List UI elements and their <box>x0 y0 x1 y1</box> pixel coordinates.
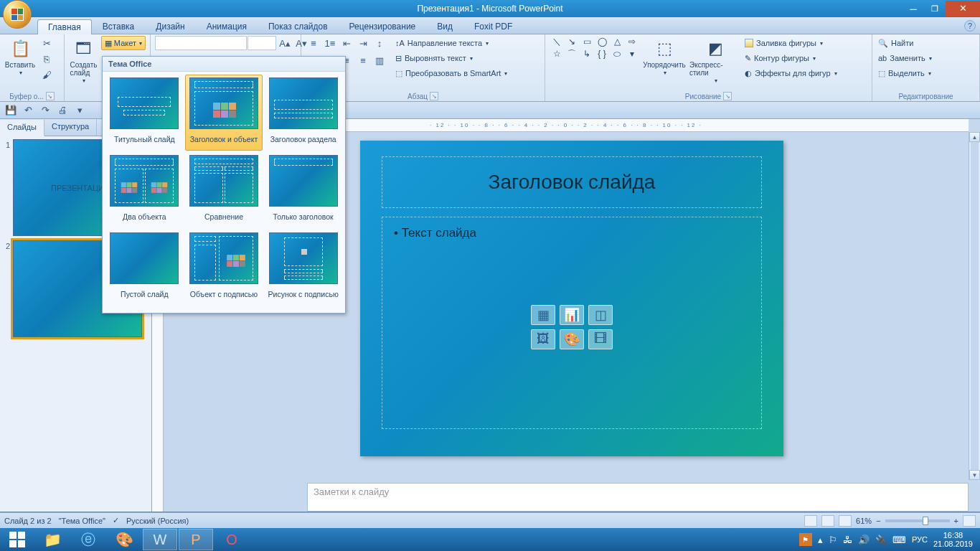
layout-comparison[interactable]: Сравнение <box>185 152 263 228</box>
fit-to-window-button[interactable] <box>963 515 976 527</box>
layout-two-content[interactable]: Два объекта <box>105 152 184 228</box>
shape-arrow2-icon[interactable]: ⇨ <box>625 36 639 47</box>
print-preview-button[interactable]: 🖨 <box>55 103 70 118</box>
format-painter-button[interactable]: 🖌 <box>39 67 55 82</box>
shapes-gallery[interactable]: ＼ ↘ ▭ ◯ △ ⇨ ☆ ⌒ ↳ { } ⬭ ▾ <box>550 36 639 60</box>
tab-animation[interactable]: Анимация <box>196 19 258 34</box>
layout-blank[interactable]: Пустой слайд <box>105 230 184 306</box>
undo-button[interactable]: ↶ <box>20 103 36 118</box>
tray-keyboard-icon[interactable]: ⌨ <box>892 534 906 545</box>
tray-flag-icon[interactable]: ⚐ <box>829 534 837 545</box>
title-placeholder[interactable]: Заголовок слайда <box>382 156 762 208</box>
clipboard-launcher[interactable]: ↘ <box>46 92 55 100</box>
layout-picture-caption[interactable]: Рисунок с подписью <box>264 230 342 306</box>
shape-curve-icon[interactable]: ⌒ <box>565 48 579 60</box>
text-direction-button[interactable]: ↕AНаправление текста▾ <box>395 36 508 50</box>
language-indicator[interactable]: Русский (Россия) <box>126 517 189 525</box>
bullets-button[interactable]: ≡ <box>306 36 321 50</box>
insert-chart-icon[interactable]: 📊 <box>560 305 584 325</box>
zoom-level[interactable]: 61% <box>856 517 872 525</box>
content-placeholder[interactable]: Текст слайда ▦ 📊 ◫ 🖼 🎨 🎞 <box>382 217 762 429</box>
taskbar-opera[interactable]: O <box>215 529 249 550</box>
grow-font-button[interactable]: A▴ <box>277 36 293 50</box>
paragraph-launcher[interactable]: ↘ <box>430 92 438 100</box>
taskbar-powerpoint[interactable]: P <box>179 529 213 550</box>
insert-table-icon[interactable]: ▦ <box>531 305 555 325</box>
zoom-in-button[interactable]: + <box>954 517 958 525</box>
shape-star-icon[interactable]: ☆ <box>550 48 564 60</box>
shape-fill-button[interactable]: Заливка фигуры▾ <box>744 36 838 50</box>
tab-review[interactable]: Рецензирование <box>339 19 427 34</box>
tray-language[interactable]: РУС <box>912 535 928 544</box>
tray-clock[interactable]: 16:38 21.08.2019 <box>933 531 973 548</box>
shape-line-icon[interactable]: ＼ <box>550 36 564 47</box>
zoom-out-button[interactable]: − <box>876 517 880 525</box>
decrease-indent-button[interactable]: ⇤ <box>339 36 354 50</box>
office-button[interactable] <box>3 0 34 32</box>
columns-button[interactable]: ▥ <box>372 53 387 67</box>
shape-triangle-icon[interactable]: △ <box>610 36 624 47</box>
cut-button[interactable]: ✂ <box>39 36 55 50</box>
numbering-button[interactable]: 1≡ <box>322 36 338 50</box>
layout-title-content[interactable]: Заголовок и объект <box>185 75 263 151</box>
insert-clipart-icon[interactable]: 🎨 <box>560 329 584 349</box>
tab-home[interactable]: Главная <box>37 19 92 34</box>
line-spacing-button[interactable]: ↕ <box>372 36 387 50</box>
insert-picture-icon[interactable]: 🖼 <box>531 329 555 349</box>
tray-volume-icon[interactable]: 🔊 <box>858 534 870 545</box>
panel-tab-outline[interactable]: Структура <box>44 119 97 136</box>
scroll-up-button[interactable]: ▲ <box>969 132 980 142</box>
spell-check-icon[interactable]: ✓ <box>113 516 119 525</box>
shape-more-icon[interactable]: ▾ <box>625 48 639 60</box>
shape-brace-icon[interactable]: { } <box>595 48 609 60</box>
layout-content-caption[interactable]: Объект с подписью <box>185 230 263 306</box>
find-button[interactable]: 🔍Найти <box>877 36 933 50</box>
maximize-button[interactable]: ❐ <box>924 1 946 17</box>
layout-title-slide[interactable]: Титульный слайд <box>105 75 184 151</box>
taskbar-word[interactable]: W <box>143 529 177 550</box>
quick-styles-button[interactable]: ◩ Экспресс-стили▾ <box>689 36 741 84</box>
taskbar-paint[interactable]: 🎨 <box>107 529 141 550</box>
layout-section-header[interactable]: Заголовок раздела <box>264 75 342 151</box>
shape-oval-icon[interactable]: ◯ <box>595 36 609 47</box>
start-button[interactable] <box>0 528 34 551</box>
shape-arrow-icon[interactable]: ↘ <box>565 36 579 47</box>
justify-button[interactable]: ≡ <box>355 53 371 67</box>
taskbar-explorer[interactable]: 📁 <box>35 529 70 550</box>
shape-outline-button[interactable]: ✎Контур фигуры▾ <box>744 51 838 65</box>
drawing-launcher[interactable]: ↘ <box>723 92 732 100</box>
qat-dropdown[interactable]: ▾ <box>72 103 88 118</box>
slide[interactable]: Заголовок слайда Текст слайда ▦ 📊 ◫ 🖼 🎨 … <box>360 141 783 456</box>
tab-design[interactable]: Дизайн <box>145 19 195 34</box>
panel-tab-slides[interactable]: Слайды <box>0 120 44 136</box>
convert-smartart-button[interactable]: ⬚Преобразовать в SmartArt▾ <box>395 66 508 80</box>
shape-rect-icon[interactable]: ▭ <box>580 36 594 47</box>
increase-indent-button[interactable]: ⇥ <box>355 36 371 50</box>
minimize-button[interactable]: ─ <box>903 1 924 17</box>
help-button[interactable]: ? <box>964 20 976 32</box>
tab-foxit[interactable]: Foxit PDF <box>463 19 523 34</box>
scroll-down-button[interactable]: ▼ <box>969 470 980 480</box>
font-size-combo[interactable] <box>248 36 276 50</box>
shape-callout-icon[interactable]: ⬭ <box>610 48 624 60</box>
tray-network-icon[interactable]: 🖧 <box>843 534 852 545</box>
align-text-button[interactable]: ⊟Выровнять текст▾ <box>395 51 508 65</box>
save-button[interactable]: 💾 <box>3 103 19 118</box>
replace-button[interactable]: abЗаменить▾ <box>877 51 933 65</box>
zoom-slider[interactable] <box>885 519 950 522</box>
new-slide-button[interactable]: 🗔 Создать слайд ▾ <box>69 36 98 84</box>
shape-effects-button[interactable]: ◐Эффекты для фигур▾ <box>744 66 838 80</box>
insert-smartart-icon[interactable]: ◫ <box>588 305 613 325</box>
vertical-scrollbar[interactable]: ▲ ▼ <box>969 132 980 480</box>
select-button[interactable]: ⬚Выделить▾ <box>877 66 933 80</box>
arrange-button[interactable]: ⬚ Упорядочить▾ <box>642 36 687 76</box>
paste-button[interactable]: 📋 Вставить ▾ <box>4 36 36 76</box>
copy-button[interactable]: ⎘ <box>39 52 55 66</box>
tab-insert[interactable]: Вставка <box>92 19 146 34</box>
tray-power-icon[interactable]: 🔌 <box>875 534 887 545</box>
taskbar-ie[interactable]: ⓔ <box>71 529 105 550</box>
layout-dropdown-button[interactable]: ▦ Макет ▾ <box>101 36 146 50</box>
tray-notification-icon[interactable]: ⚑ <box>799 533 812 546</box>
tab-slideshow[interactable]: Показ слайдов <box>258 19 339 34</box>
insert-media-icon[interactable]: 🎞 <box>588 329 613 349</box>
